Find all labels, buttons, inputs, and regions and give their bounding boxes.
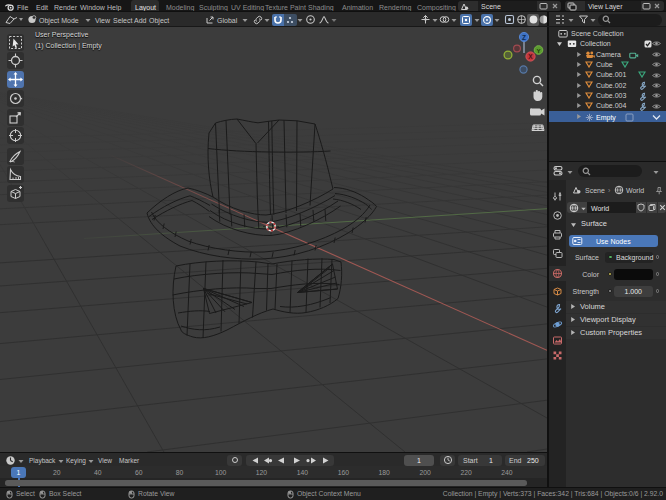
svg-text:X: X <box>528 53 533 60</box>
svg-text:Z: Z <box>522 34 526 41</box>
